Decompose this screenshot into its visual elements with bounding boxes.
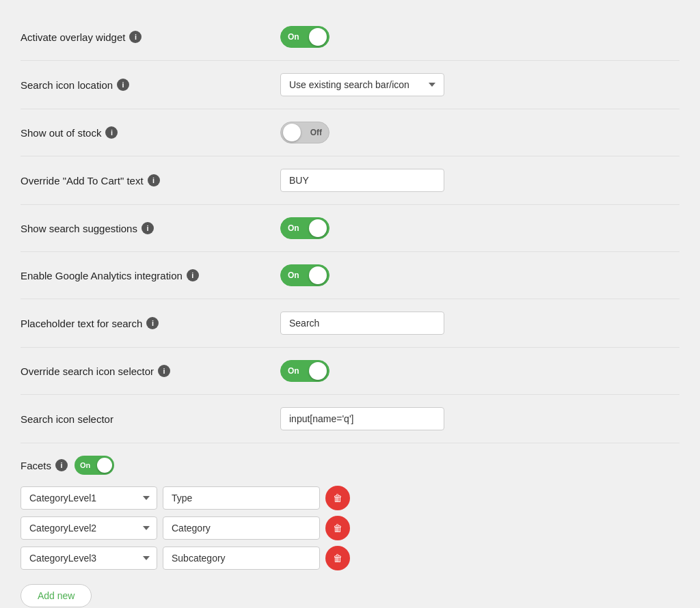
facets-label: Facets i — [21, 459, 68, 471]
override-search-icon-selector-toggle[interactable]: On — [280, 360, 329, 382]
activate-overlay-info-icon[interactable]: i — [129, 31, 142, 43]
show-out-of-stock-control: Off — [280, 122, 679, 143]
facet-2-trash-icon: 🗑 — [333, 523, 342, 534]
facets-section: Facets i On CategoryLevel1 🗑 CategoryLev… — [21, 443, 679, 608]
google-analytics-info-icon[interactable]: i — [187, 269, 199, 281]
activate-overlay-toggle-label: On — [288, 32, 299, 42]
search-icon-location-row: Search icon location i Use existing sear… — [21, 61, 679, 109]
placeholder-text-info-icon[interactable]: i — [146, 317, 159, 329]
show-search-suggestions-text: Show search suggestions — [21, 223, 137, 234]
search-icon-location-text: Search icon location — [21, 79, 113, 91]
override-add-to-cart-input[interactable] — [280, 169, 444, 192]
google-analytics-toggle[interactable]: On — [280, 264, 329, 286]
placeholder-text-control — [280, 312, 679, 335]
facet-2-delete-button[interactable]: 🗑 — [325, 516, 350, 540]
show-out-of-stock-toggle-knob — [283, 124, 301, 141]
facet-1-delete-button[interactable]: 🗑 — [325, 486, 350, 510]
show-search-suggestions-control: On — [280, 217, 679, 239]
facets-label-text: Facets — [21, 460, 51, 471]
facet-3-text[interactable] — [163, 547, 320, 570]
override-search-icon-selector-toggle-knob — [309, 362, 327, 380]
facet-3-delete-button[interactable]: 🗑 — [325, 546, 350, 570]
add-new-label: Add new — [38, 590, 75, 601]
facet-1-text[interactable] — [163, 486, 320, 510]
override-add-to-cart-info-icon[interactable]: i — [148, 174, 160, 186]
show-search-suggestions-toggle-label: On — [288, 223, 299, 233]
facet-2-select[interactable]: CategoryLevel2 — [21, 516, 157, 540]
search-icon-selector-text: Search icon selector — [21, 413, 113, 425]
placeholder-text-input[interactable] — [280, 312, 444, 335]
show-search-suggestions-toggle-knob — [309, 219, 327, 237]
google-analytics-control: On — [280, 264, 679, 286]
activate-overlay-toggle[interactable]: On — [280, 26, 329, 48]
activate-overlay-row: Activate overlay widget i On — [21, 14, 679, 61]
search-icon-selector-input[interactable] — [280, 407, 444, 430]
facet-row-2: CategoryLevel2 🗑 — [21, 516, 679, 540]
override-add-to-cart-control — [280, 169, 679, 192]
search-icon-location-info-icon[interactable]: i — [117, 79, 129, 91]
show-out-of-stock-text: Show out of stock — [21, 127, 101, 139]
facets-toggle-knob — [97, 458, 112, 473]
override-add-to-cart-text: Override "Add To Cart" text — [21, 175, 144, 186]
facet-3-select[interactable]: CategoryLevel3 — [21, 547, 157, 570]
search-icon-location-label: Search icon location i — [21, 79, 280, 91]
facet-row-1: CategoryLevel1 🗑 — [21, 486, 679, 510]
search-icon-selector-label: Search icon selector — [21, 413, 280, 425]
override-search-icon-selector-control: On — [280, 360, 679, 382]
show-search-suggestions-info-icon[interactable]: i — [142, 222, 154, 234]
show-search-suggestions-label: Show search suggestions i — [21, 222, 280, 234]
override-search-icon-selector-info-icon[interactable]: i — [158, 365, 170, 377]
placeholder-text-text: Placeholder text for search — [21, 318, 142, 329]
add-new-button[interactable]: Add new — [21, 584, 92, 607]
override-search-icon-selector-toggle-label: On — [288, 366, 299, 376]
activate-overlay-label: Activate overlay widget i — [21, 31, 280, 43]
facet-row-3: CategoryLevel3 🗑 — [21, 546, 679, 570]
placeholder-text-label: Placeholder text for search i — [21, 317, 280, 329]
facets-header: Facets i On — [21, 456, 679, 475]
activate-overlay-text: Activate overlay widget — [21, 31, 125, 43]
google-analytics-text: Enable Google Analytics integration — [21, 270, 183, 281]
show-out-of-stock-toggle[interactable]: Off — [280, 122, 329, 143]
show-search-suggestions-row: Show search suggestions i On — [21, 205, 679, 252]
show-search-suggestions-toggle[interactable]: On — [280, 217, 329, 239]
show-out-of-stock-info-icon[interactable]: i — [105, 126, 118, 139]
show-out-of-stock-label: Show out of stock i — [21, 126, 280, 139]
google-analytics-label: Enable Google Analytics integration i — [21, 269, 280, 281]
search-icon-location-control: Use existing search bar/icon — [280, 73, 679, 96]
activate-overlay-toggle-knob — [309, 28, 327, 46]
override-search-icon-selector-label: Override search icon selector i — [21, 365, 280, 377]
override-add-to-cart-label: Override "Add To Cart" text i — [21, 174, 280, 186]
override-search-icon-selector-text: Override search icon selector — [21, 365, 154, 377]
google-analytics-toggle-knob — [309, 266, 327, 284]
facets-toggle-label: On — [80, 461, 90, 469]
search-icon-selector-row: Search icon selector — [21, 395, 679, 443]
show-out-of-stock-row: Show out of stock i Off — [21, 109, 679, 156]
facets-info-icon[interactable]: i — [55, 459, 68, 471]
show-out-of-stock-toggle-label: Off — [310, 128, 322, 137]
activate-overlay-control: On — [280, 26, 679, 48]
google-analytics-toggle-label: On — [288, 271, 299, 280]
placeholder-text-row: Placeholder text for search i — [21, 299, 679, 348]
facet-3-trash-icon: 🗑 — [333, 553, 342, 564]
override-add-to-cart-row: Override "Add To Cart" text i — [21, 156, 679, 205]
search-icon-selector-control — [280, 407, 679, 430]
facets-toggle[interactable]: On — [75, 456, 114, 475]
facet-1-select[interactable]: CategoryLevel1 — [21, 486, 157, 510]
facet-2-text[interactable] — [163, 516, 320, 540]
override-search-icon-selector-row: Override search icon selector i On — [21, 348, 679, 395]
search-icon-location-select[interactable]: Use existing search bar/icon — [280, 73, 444, 96]
google-analytics-row: Enable Google Analytics integration i On — [21, 252, 679, 299]
facet-1-trash-icon: 🗑 — [333, 493, 342, 503]
